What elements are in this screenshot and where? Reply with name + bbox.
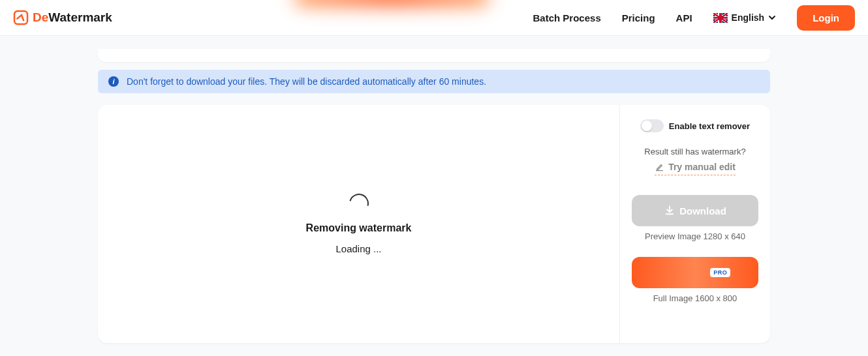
flag-icon	[713, 13, 728, 23]
status-text: Removing watermark	[306, 222, 412, 234]
notice-bar: i Don't forget to download your files. T…	[98, 70, 770, 93]
logo-prefix: De	[33, 10, 48, 24]
svg-rect-0	[14, 11, 27, 24]
logo-icon	[13, 10, 29, 25]
main-card: Removing watermark Loading ... Enable te…	[98, 105, 770, 343]
download-pro-button[interactable]: Download PRO	[632, 257, 758, 288]
text-remover-row: Enable text remover	[640, 119, 750, 132]
info-icon: i	[108, 76, 119, 87]
language-selector[interactable]: English	[713, 12, 777, 23]
full-caption: Full Image 1600 x 800	[653, 293, 737, 303]
language-label: English	[732, 12, 765, 23]
previous-card-edge	[98, 49, 770, 62]
loading-text: Loading ...	[335, 243, 381, 254]
preview-area: Removing watermark Loading ...	[98, 105, 620, 343]
nav: Batch Process Pricing API English Login	[533, 5, 855, 31]
logo-suffix: Watermark	[48, 10, 112, 24]
download-preview-label: Download	[679, 205, 726, 216]
logo[interactable]: DeWatermark	[13, 10, 112, 25]
nav-pricing[interactable]: Pricing	[622, 12, 655, 23]
text-remover-label: Enable text remover	[669, 121, 750, 131]
preview-caption: Preview Image 1280 x 640	[645, 231, 745, 241]
content: i Don't forget to download your files. T…	[0, 36, 868, 343]
edit-icon	[655, 162, 664, 172]
nav-batch-process[interactable]: Batch Process	[533, 12, 601, 23]
spinner-icon	[345, 190, 372, 217]
download-icon	[664, 205, 675, 216]
pro-badge: PRO	[710, 268, 730, 277]
header-glow	[294, 0, 489, 7]
download-preview-button[interactable]: Download	[632, 195, 758, 226]
manual-edit-label: Try manual edit	[668, 162, 736, 172]
text-remover-toggle[interactable]	[640, 119, 664, 132]
manual-edit-link[interactable]: Try manual edit	[655, 162, 736, 175]
header: DeWatermark Batch Process Pricing API En…	[0, 0, 868, 36]
login-button[interactable]: Login	[797, 5, 855, 31]
notice-text: Don't forget to download your files. The…	[127, 76, 486, 87]
watermark-question: Result still has watermark?	[644, 147, 745, 156]
sidebar: Enable text remover Result still has wat…	[620, 105, 770, 343]
nav-api[interactable]: API	[676, 12, 692, 23]
chevron-down-icon	[768, 14, 776, 22]
